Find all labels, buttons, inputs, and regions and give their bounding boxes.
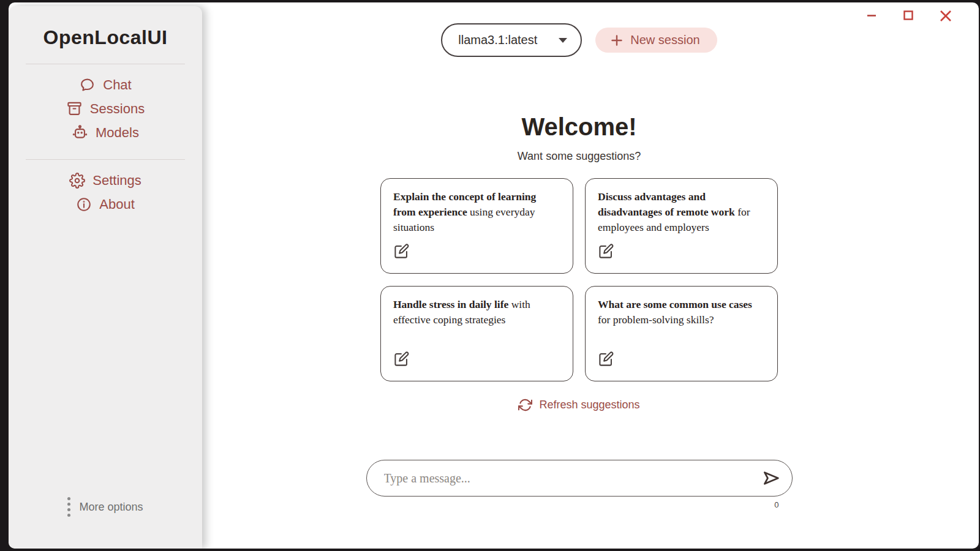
- edit-icon: [598, 243, 765, 262]
- send-button[interactable]: [761, 468, 781, 488]
- chat-bubble-icon: [79, 77, 96, 93]
- welcome-subtitle: Want some suggestions?: [518, 150, 641, 163]
- minimize-icon: [865, 9, 878, 25]
- sidebar-item-label: Chat: [103, 77, 131, 93]
- sidebar-item-label: About: [99, 197, 135, 212]
- model-selector-value: llama3.1:latest: [458, 33, 537, 47]
- refresh-suggestions-button[interactable]: Refresh suggestions: [518, 398, 639, 412]
- sidebar-item-sessions[interactable]: Sessions: [9, 97, 202, 121]
- suggestion-card[interactable]: Explain the concept of learning from exp…: [380, 178, 573, 274]
- refresh-suggestions-label: Refresh suggestions: [539, 399, 639, 411]
- new-session-button[interactable]: New session: [595, 28, 717, 53]
- minimize-button[interactable]: [864, 7, 880, 26]
- maximize-button[interactable]: [900, 7, 916, 26]
- sidebar-item-label: Sessions: [90, 101, 145, 117]
- main-content: llama3.1:latest New session Welcome! Wan…: [202, 2, 956, 549]
- gear-icon: [69, 173, 85, 189]
- kebab-menu-icon: [67, 497, 70, 517]
- message-composer: [366, 460, 793, 497]
- more-options-label: More options: [79, 501, 143, 514]
- sidebar-primary-nav: Chat Sessions: [9, 73, 202, 144]
- sidebar-item-models[interactable]: Models: [9, 121, 202, 144]
- plus-icon: [610, 34, 624, 47]
- chevron-down-icon: [559, 38, 567, 43]
- sidebar-item-about[interactable]: About: [9, 192, 202, 216]
- suggestion-text: What are some common use cases for probl…: [598, 297, 765, 328]
- char-count: 0: [366, 500, 793, 509]
- suggestion-card[interactable]: What are some common use cases for probl…: [585, 286, 778, 381]
- suggestion-cards: Explain the concept of learning from exp…: [380, 178, 778, 381]
- topbar: llama3.1:latest New session: [441, 23, 717, 57]
- close-button[interactable]: [937, 7, 954, 26]
- model-selector-dropdown[interactable]: llama3.1:latest: [441, 23, 582, 57]
- edit-icon: [393, 351, 560, 370]
- suggestion-card[interactable]: Discuss advantages and disadvantages of …: [585, 178, 778, 274]
- suggestion-text: Explain the concept of learning from exp…: [393, 189, 560, 235]
- sidebar-divider-bottom: [26, 159, 185, 160]
- welcome-title: Welcome!: [521, 113, 636, 141]
- suggestion-text: Discuss advantages and disadvantages of …: [598, 189, 765, 235]
- window-controls: [864, 7, 954, 26]
- close-icon: [938, 9, 953, 25]
- suggestion-text: Handle stress in daily life with effecti…: [393, 297, 560, 328]
- app-window: OpenLocalUI Chat Ses: [9, 2, 979, 549]
- robot-icon: [72, 124, 88, 141]
- sidebar: OpenLocalUI Chat Ses: [9, 6, 202, 549]
- sidebar-item-label: Models: [96, 125, 139, 141]
- archive-icon: [66, 100, 83, 117]
- info-icon: [76, 197, 92, 212]
- sidebar-item-settings[interactable]: Settings: [9, 168, 202, 192]
- more-options-button[interactable]: More options: [9, 497, 202, 517]
- message-input[interactable]: [384, 471, 761, 485]
- suggestion-card[interactable]: Handle stress in daily life with effecti…: [380, 286, 573, 381]
- sidebar-secondary-nav: Settings About: [9, 168, 202, 216]
- sidebar-item-chat[interactable]: Chat: [9, 73, 202, 97]
- send-icon: [761, 468, 781, 488]
- maximize-icon: [902, 9, 915, 25]
- refresh-icon: [518, 398, 532, 412]
- edit-icon: [393, 243, 560, 262]
- app-logo: OpenLocalUI: [9, 26, 202, 49]
- sidebar-divider-top: [26, 64, 185, 64]
- new-session-label: New session: [630, 33, 699, 47]
- edit-icon: [598, 351, 765, 370]
- sidebar-item-label: Settings: [92, 173, 141, 189]
